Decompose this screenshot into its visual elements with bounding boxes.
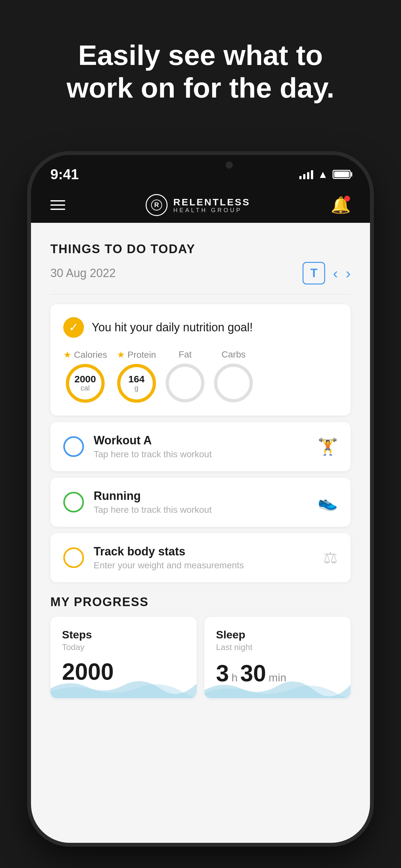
signal-icon — [299, 169, 313, 179]
sleep-subtitle: Last night — [216, 642, 339, 652]
macro-unit: g — [134, 384, 138, 392]
progress-title: MY PROGRESS — [50, 595, 351, 609]
progress-section: MY PROGRESS Steps Today 2000 — [50, 595, 351, 698]
task-desc: Tap here to track this workout — [94, 505, 308, 515]
wifi-icon: ▲ — [318, 168, 328, 181]
notification-dot — [344, 196, 350, 202]
macro-value: 2000 — [74, 374, 96, 384]
sleep-title: Sleep — [216, 628, 339, 641]
notification-bell[interactable]: 🔔 — [331, 196, 351, 214]
steps-title: Steps — [62, 628, 185, 641]
scale-icon: ⚖ — [323, 548, 338, 567]
macro-label: Fat — [179, 349, 191, 360]
dumbbell-icon: 🏋 — [318, 437, 338, 456]
nutrition-goal-text: You hit your daily nutrition goal! — [92, 321, 253, 334]
task-workout[interactable]: Workout A Tap here to track this workout… — [50, 422, 351, 471]
macro-ring: 164 g — [117, 364, 156, 403]
task-checkbox[interactable] — [63, 436, 84, 457]
task-checkbox[interactable] — [63, 547, 84, 568]
date-nav: 30 Aug 2022 T ‹ › — [50, 262, 351, 294]
macro-carbs: Carbs — [214, 349, 253, 402]
battery-icon — [333, 170, 351, 179]
star-icon: ★ — [63, 349, 71, 360]
brand-sub: HEALTH GROUP — [174, 207, 250, 214]
date-display: 30 Aug 2022 — [50, 267, 116, 280]
camera — [226, 161, 233, 168]
app-header: R RELENTLESS HEALTH GROUP 🔔 — [31, 187, 370, 223]
status-time: 9:41 — [50, 166, 79, 182]
nutrition-macros: ★ Calories 2000 cal ★ Protein 164 — [63, 349, 338, 403]
steps-subtitle: Today — [62, 642, 185, 652]
sleep-card: Sleep Last night 3 h 30 min — [204, 617, 351, 698]
brand-name: RELENTLESS — [174, 197, 250, 207]
macro-ring: 2000 cal — [66, 364, 104, 403]
macro-label: Protein — [127, 350, 156, 360]
task-desc: Enter your weight and measurements — [94, 560, 313, 570]
logo-circle: R — [146, 194, 167, 216]
star-icon: ★ — [117, 349, 125, 360]
macro-value: 164 — [128, 374, 145, 384]
macro-label: Calories — [74, 350, 107, 360]
macro-protein: ★ Protein 164 g — [117, 349, 156, 403]
macro-fat: Fat — [166, 349, 204, 402]
task-running[interactable]: Running Tap here to track this workout 👟 — [50, 477, 351, 527]
logo: R RELENTLESS HEALTH GROUP — [146, 194, 250, 216]
hamburger-menu[interactable] — [50, 200, 65, 210]
next-day-button[interactable]: › — [346, 265, 351, 282]
nutrition-header: ✓ You hit your daily nutrition goal! — [63, 317, 338, 338]
prev-day-button[interactable]: ‹ — [333, 265, 338, 282]
steps-wave — [50, 676, 197, 698]
hero-text: Easily see what to work on for the day. — [0, 39, 401, 104]
macro-label: Carbs — [221, 349, 246, 360]
app-content: THINGS TO DO TODAY 30 Aug 2022 T ‹ › ✓ Y… — [31, 223, 370, 843]
task-body-stats[interactable]: Track body stats Enter your weight and m… — [50, 533, 351, 582]
macro-ring — [166, 364, 204, 402]
nutrition-card: ✓ You hit your daily nutrition goal! ★ C… — [50, 304, 351, 415]
macro-unit: cal — [81, 384, 90, 392]
task-desc: Tap here to track this workout — [94, 449, 308, 460]
nutrition-check: ✓ — [63, 317, 84, 338]
date-controls: T ‹ › — [303, 262, 351, 284]
macro-ring — [214, 364, 253, 402]
shoe-icon: 👟 — [318, 493, 338, 512]
steps-card: Steps Today 2000 — [50, 617, 197, 698]
status-icons: ▲ — [299, 168, 351, 181]
svg-text:R: R — [154, 201, 159, 208]
sleep-wave — [204, 676, 351, 698]
progress-cards: Steps Today 2000 Sleep Last night — [50, 617, 351, 698]
task-name: Running — [94, 489, 308, 503]
today-button[interactable]: T — [303, 262, 325, 284]
macro-calories: ★ Calories 2000 cal — [63, 349, 107, 403]
task-checkbox[interactable] — [63, 492, 84, 513]
section-title: THINGS TO DO TODAY — [50, 242, 351, 256]
task-name: Workout A — [94, 434, 308, 447]
task-name: Track body stats — [94, 545, 313, 558]
notch — [149, 155, 252, 175]
phone-frame: 9:41 ▲ R — [31, 155, 370, 843]
